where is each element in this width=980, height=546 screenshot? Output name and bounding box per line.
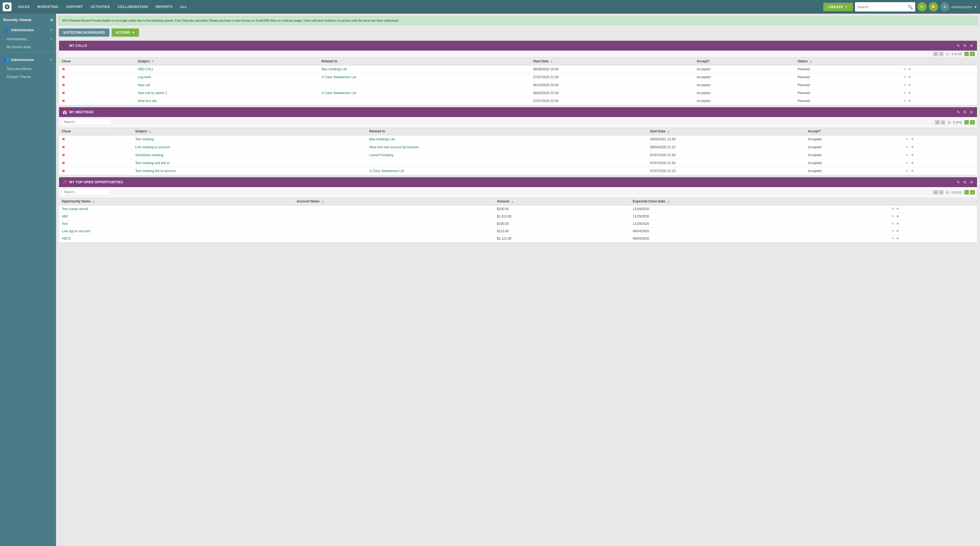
view-row-icon[interactable]: 👁: [911, 153, 914, 157]
opportunities-refresh-icon[interactable]: ↻: [963, 180, 967, 185]
related-to-cell[interactable]: S Cane Sweeteners Ltd: [319, 73, 530, 81]
subject-link[interactable]: ABD CALL: [138, 67, 154, 71]
opportunities-next-page[interactable]: ›: [964, 190, 969, 194]
calls-close-icon[interactable]: ✕: [969, 43, 974, 48]
calls-next-page[interactable]: ›: [964, 52, 969, 56]
close-icon[interactable]: ✕: [62, 67, 65, 72]
related-link[interactable]: S Cane Sweeteners Ltd: [321, 75, 356, 79]
calls-col-subject[interactable]: Subject ▼: [135, 57, 319, 65]
subject-cell[interactable]: New call by admin 1: [135, 89, 319, 97]
view-row-icon[interactable]: 👁: [908, 67, 912, 71]
opportunities-close-icon[interactable]: ✕: [969, 180, 974, 185]
view-row-icon[interactable]: 👁: [908, 83, 912, 87]
related-link[interactable]: S Cane Sweeteners Ltd: [321, 91, 356, 95]
edit-row-icon[interactable]: ✎: [891, 222, 894, 226]
notifications-icon-button[interactable]: 🔔: [929, 2, 938, 11]
opp-name-link[interactable]: Test create record: [62, 207, 88, 211]
opp-name-cell[interactable]: Test create record: [59, 205, 294, 213]
edit-row-icon[interactable]: ✎: [906, 169, 908, 173]
opp-name-link[interactable]: Link opp to account: [62, 229, 90, 233]
subject-cell[interactable]: Link meeting to account: [132, 143, 366, 151]
view-row-icon[interactable]: 👁: [896, 207, 899, 211]
sidebar-collapse-icon[interactable]: ◀: [50, 18, 53, 22]
calls-refresh-icon[interactable]: ↻: [963, 43, 967, 48]
subject-link[interactable]: Scheduled meeting: [135, 153, 163, 157]
view-row-icon[interactable]: 👁: [911, 137, 914, 141]
close-icon[interactable]: ✕: [62, 137, 65, 142]
subject-link[interactable]: Nhat test abc: [138, 99, 157, 103]
account-name-cell[interactable]: [294, 213, 495, 220]
related-link[interactable]: S Cane Sweeteners Ltd: [369, 169, 404, 173]
account-name-cell[interactable]: [294, 235, 495, 242]
opp-name-link[interactable]: Test: [62, 222, 68, 226]
close-cell[interactable]: ✕: [59, 73, 135, 81]
subject-cell[interactable]: Test meeting and link to: [132, 159, 366, 167]
related-to-cell[interactable]: [367, 159, 647, 167]
meetings-prev-page[interactable]: ‹: [941, 120, 945, 124]
meetings-close-icon[interactable]: ✕: [969, 110, 974, 115]
edit-row-icon[interactable]: ✎: [891, 207, 894, 211]
related-to-cell[interactable]: [319, 97, 530, 105]
edit-row-icon[interactable]: ✎: [904, 83, 906, 87]
dashboard-title-button[interactable]: SUITECRM DASHBOARD: [59, 29, 110, 37]
edit-row-icon[interactable]: ✎: [904, 67, 906, 71]
close-cell[interactable]: ✕: [59, 65, 135, 73]
opp-col-account[interactable]: Account Name ▲: [294, 197, 495, 205]
view-row-icon[interactable]: 👁: [896, 222, 899, 226]
subject-link[interactable]: Link meeting to account: [135, 145, 170, 149]
search-icon[interactable]: 🔍: [908, 5, 913, 10]
search-input[interactable]: [857, 5, 908, 9]
edit-row-icon[interactable]: ✎: [904, 75, 906, 79]
view-row-icon[interactable]: 👁: [911, 145, 914, 149]
related-to-cell[interactable]: S Cane Sweeteners Ltd: [367, 167, 647, 175]
related-link[interactable]: Max Holdings Ltd: [321, 67, 347, 71]
sidebar-admin-edit-icon[interactable]: ✎: [50, 28, 53, 32]
meetings-search-input[interactable]: [61, 119, 110, 125]
close-icon[interactable]: ✕: [62, 161, 65, 165]
edit-row-icon[interactable]: ✎: [891, 215, 894, 218]
related-to-cell[interactable]: [319, 81, 530, 89]
close-cell[interactable]: ✕: [59, 89, 135, 97]
meetings-refresh-icon[interactable]: ↻: [963, 110, 967, 115]
opportunities-edit-icon[interactable]: ✎: [956, 180, 961, 185]
app-logo[interactable]: [3, 2, 11, 11]
edit-row-icon[interactable]: ✎: [904, 99, 906, 103]
edit-row-icon[interactable]: ✎: [891, 237, 894, 240]
close-cell[interactable]: ✕: [59, 97, 135, 105]
subject-cell[interactable]: Test meeting link to account: [132, 167, 366, 175]
opportunities-prev-page[interactable]: ‹: [939, 190, 943, 194]
account-name-cell[interactable]: [294, 220, 495, 228]
opportunities-search-input[interactable]: [61, 189, 110, 195]
calls-col-status[interactable]: Status ▲: [795, 57, 900, 65]
opp-name-link[interactable]: ABCD: [62, 237, 71, 240]
opp-col-amount[interactable]: Amount ▲: [494, 197, 630, 205]
opportunities-last-page[interactable]: »: [970, 190, 975, 194]
meetings-edit-icon[interactable]: ✎: [956, 110, 961, 115]
edit-row-icon[interactable]: ✎: [906, 145, 908, 149]
edit-row-icon[interactable]: ✎: [906, 137, 908, 141]
related-link[interactable]: Leonel Forsberg: [369, 153, 393, 157]
nav-activities[interactable]: ACTIVITIES: [87, 3, 113, 10]
related-link[interactable]: Max Holdings Ltd: [369, 137, 395, 141]
close-cell[interactable]: ✕: [59, 135, 132, 143]
subject-cell[interactable]: Log work: [135, 73, 319, 81]
calls-first-page[interactable]: «: [933, 52, 938, 56]
refresh-icon-button[interactable]: ↻: [917, 2, 927, 11]
create-button[interactable]: CREATE ▼: [823, 3, 853, 11]
view-row-icon[interactable]: 👁: [908, 75, 912, 79]
nav-collaboration[interactable]: COLLABORATION: [114, 3, 151, 10]
opp-name-cell[interactable]: ABC: [59, 213, 294, 220]
calls-prev-page[interactable]: ‹: [939, 52, 943, 56]
view-row-icon[interactable]: 👁: [908, 99, 912, 103]
subject-cell[interactable]: New call: [135, 81, 319, 89]
sidebar-item-my-theme-dusk[interactable]: My theme dusk: [0, 43, 56, 51]
subject-cell[interactable]: Scheduled meeting: [132, 151, 366, 159]
subject-cell[interactable]: Test meeting: [132, 135, 366, 143]
sidebar-item-administrator[interactable]: Administrato... ✎: [0, 35, 56, 43]
view-row-icon[interactable]: 👁: [911, 161, 914, 165]
edit-row-icon[interactable]: ✎: [904, 91, 906, 95]
subject-link[interactable]: New call by admin 1: [138, 91, 167, 95]
opp-col-name[interactable]: Opportunity Name ▲: [59, 197, 294, 205]
close-icon[interactable]: ✕: [62, 75, 65, 79]
subject-link[interactable]: Log work: [138, 75, 151, 79]
